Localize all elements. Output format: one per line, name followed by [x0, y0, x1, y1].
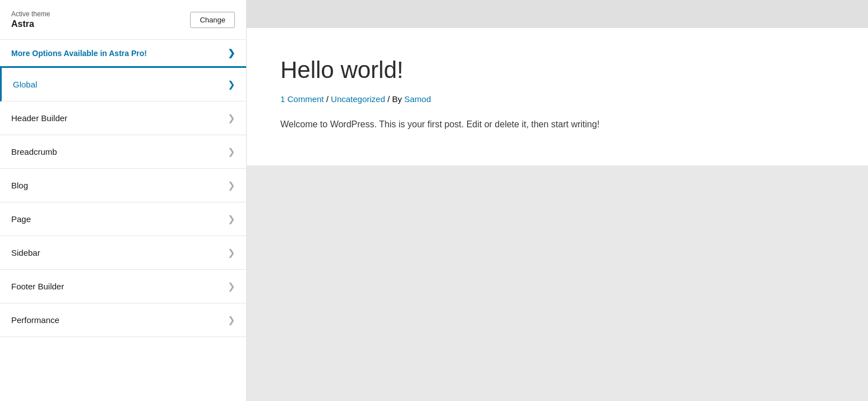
- nav-item-breadcrumb-chevron-icon: ❯: [228, 146, 235, 157]
- nav-item-page-label: Page: [11, 214, 31, 224]
- nav-item-header-builder-chevron-icon: ❯: [228, 113, 235, 123]
- preview-post-content: Welcome to WordPress. This is your first…: [280, 117, 834, 132]
- nav-item-performance-chevron-icon: ❯: [228, 315, 235, 325]
- nav-item-footer-builder[interactable]: Footer Builder ❯: [0, 270, 246, 303]
- nav-item-blog-label: Blog: [11, 181, 28, 190]
- preview-post-meta: 1 Comment / Uncategorized / By Samod: [280, 94, 834, 104]
- nav-item-sidebar-label: Sidebar: [11, 248, 40, 257]
- nav-item-global-chevron-icon: ❯: [228, 79, 235, 90]
- astra-pro-banner-text: More Options Available in Astra Pro!: [11, 49, 147, 58]
- nav-item-header-builder-label: Header Builder: [11, 113, 67, 123]
- active-theme-label: Active theme: [11, 10, 50, 18]
- preview-post-category-link[interactable]: Uncategorized: [331, 94, 385, 104]
- nav-item-page-chevron-icon: ❯: [228, 214, 235, 224]
- preview-footer-area: [247, 165, 868, 278]
- active-theme-name: Astra: [11, 19, 50, 29]
- nav-item-blog-chevron-icon: ❯: [228, 180, 235, 191]
- active-theme-section: Active theme Astra Change: [0, 0, 246, 40]
- nav-item-performance-label: Performance: [11, 315, 59, 325]
- preview-post-author-link[interactable]: Samod: [404, 94, 431, 104]
- nav-item-page[interactable]: Page ❯: [0, 202, 246, 236]
- nav-item-global-label: Global: [13, 80, 37, 89]
- preview-top-bar: [247, 0, 868, 28]
- nav-item-sidebar[interactable]: Sidebar ❯: [0, 236, 246, 270]
- active-theme-info: Active theme Astra: [11, 10, 50, 29]
- preview-post-card: Hello world! 1 Comment / Uncategorized /…: [247, 28, 868, 165]
- customizer-sidebar: Active theme Astra Change More Options A…: [0, 0, 247, 401]
- preview-post-title: Hello world!: [280, 56, 834, 84]
- preview-content-area: Hello world! 1 Comment / Uncategorized /…: [247, 28, 868, 401]
- astra-pro-chevron-icon: ❯: [228, 48, 235, 58]
- nav-item-sidebar-chevron-icon: ❯: [228, 247, 235, 258]
- nav-item-performance[interactable]: Performance ❯: [0, 303, 246, 337]
- nav-item-breadcrumb-label: Breadcrumb: [11, 147, 57, 156]
- preview-post-meta-sep1: /: [324, 94, 331, 104]
- nav-item-global[interactable]: Global ❯: [0, 68, 246, 102]
- change-theme-button[interactable]: Change: [190, 12, 235, 28]
- preview-post-comments-link[interactable]: 1 Comment: [280, 94, 324, 104]
- astra-pro-banner[interactable]: More Options Available in Astra Pro! ❯: [0, 40, 246, 68]
- preview-area: Hello world! 1 Comment / Uncategorized /…: [247, 0, 868, 401]
- nav-item-blog[interactable]: Blog ❯: [0, 169, 246, 202]
- nav-item-breadcrumb[interactable]: Breadcrumb ❯: [0, 135, 246, 169]
- nav-item-footer-builder-label: Footer Builder: [11, 282, 64, 291]
- preview-post-meta-sep2: / By: [385, 94, 404, 104]
- nav-item-header-builder[interactable]: Header Builder ❯: [0, 102, 246, 135]
- nav-item-footer-builder-chevron-icon: ❯: [228, 281, 235, 292]
